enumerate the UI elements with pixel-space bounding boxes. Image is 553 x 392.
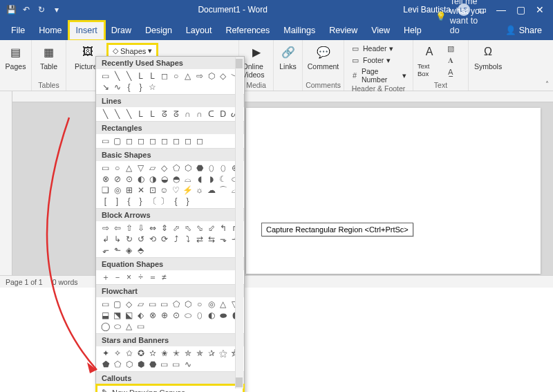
- shape-item[interactable]: ]: [112, 196, 122, 206]
- shape-item[interactable]: ○: [194, 299, 205, 309]
- save-icon[interactable]: 💾: [6, 4, 17, 15]
- shape-item[interactable]: ⊞: [124, 185, 134, 195]
- shape-item[interactable]: ✫: [147, 348, 158, 358]
- shape-item[interactable]: ⊡: [147, 185, 158, 195]
- shape-item[interactable]: ⊙: [171, 310, 181, 320]
- tab-view[interactable]: View: [364, 21, 397, 40]
- shape-item[interactable]: ⬡: [182, 163, 193, 173]
- shape-item[interactable]: ⬡: [182, 299, 193, 309]
- quickparts-button[interactable]: ▧: [444, 43, 458, 54]
- page-number-button[interactable]: #Page Number ▾: [348, 66, 409, 84]
- shape-item[interactable]: ∿: [182, 360, 193, 369]
- share-button[interactable]: 👤Share: [498, 21, 549, 40]
- shape-item[interactable]: ＋: [100, 272, 111, 282]
- shape-item[interactable]: ▭: [100, 299, 111, 309]
- shape-item[interactable]: ◓: [171, 174, 181, 184]
- shape-item[interactable]: ⊙: [124, 174, 134, 184]
- tab-insert[interactable]: Insert: [69, 21, 104, 40]
- shape-item[interactable]: ⬡: [206, 71, 216, 81]
- shape-item[interactable]: ⬠: [171, 163, 181, 173]
- shape-item[interactable]: ▱: [135, 299, 146, 309]
- shape-item[interactable]: －: [112, 272, 122, 282]
- shape-item[interactable]: ⬢: [135, 360, 146, 369]
- shape-item[interactable]: ⤵: [182, 234, 193, 244]
- shape-item[interactable]: ◗: [206, 174, 216, 184]
- shape-item[interactable]: ▢: [112, 136, 122, 146]
- shape-item[interactable]: ◻: [135, 136, 146, 146]
- shape-item[interactable]: ⬀: [171, 223, 181, 233]
- shape-item[interactable]: L: [135, 71, 146, 81]
- shape-item[interactable]: ⇔: [147, 223, 158, 233]
- shape-item[interactable]: ✕: [135, 185, 146, 195]
- shape-item[interactable]: ⬐: [100, 245, 111, 255]
- shape-item[interactable]: ⇕: [159, 223, 169, 233]
- links-button[interactable]: 🔗 Links: [274, 43, 302, 71]
- shape-item[interactable]: ✪: [135, 348, 146, 358]
- shape-item[interactable]: ⬑: [112, 245, 122, 255]
- shape-item[interactable]: ◇: [124, 299, 134, 309]
- shape-item[interactable]: ⬂: [194, 223, 205, 233]
- shape-item[interactable]: ⬯: [218, 163, 228, 173]
- pages-button[interactable]: ▤ Pages: [2, 43, 30, 71]
- tab-layout[interactable]: Layout: [179, 21, 219, 40]
- undo-icon[interactable]: ↶: [21, 4, 32, 15]
- tab-help[interactable]: Help: [397, 21, 429, 40]
- shape-item[interactable]: ⬃: [206, 223, 216, 233]
- shape-item[interactable]: ◖: [194, 174, 205, 184]
- shape-item[interactable]: ╲: [112, 71, 122, 81]
- shape-item[interactable]: ✮: [182, 348, 193, 358]
- shape-item[interactable]: △: [182, 71, 193, 81]
- shape-item[interactable]: ☾: [218, 174, 228, 184]
- shape-item[interactable]: {: [124, 82, 134, 92]
- shape-item[interactable]: ▭: [147, 299, 158, 309]
- shape-item[interactable]: ⇦: [112, 223, 122, 233]
- shape-item[interactable]: ╲: [124, 71, 134, 81]
- shape-item[interactable]: ⬭: [112, 321, 122, 331]
- shape-item[interactable]: ◑: [147, 174, 158, 184]
- shape-item[interactable]: ☼: [194, 185, 205, 195]
- shape-item[interactable]: }: [135, 82, 146, 92]
- shape-item[interactable]: ◇: [159, 163, 169, 173]
- shape-item[interactable]: }: [182, 196, 193, 206]
- shape-item[interactable]: ▭: [100, 163, 111, 173]
- shape-item[interactable]: ◈: [124, 245, 134, 255]
- tab-file[interactable]: File: [4, 21, 32, 40]
- shape-item[interactable]: ◒: [159, 174, 169, 184]
- shape-item[interactable]: ◻: [171, 136, 181, 146]
- shape-item[interactable]: ∿: [112, 82, 122, 92]
- tab-references[interactable]: References: [218, 21, 276, 40]
- shape-item[interactable]: △: [124, 163, 134, 173]
- shape-item[interactable]: ∩: [182, 109, 193, 119]
- shape-item[interactable]: ⊗: [147, 310, 158, 320]
- shape-item[interactable]: ♡: [171, 185, 181, 195]
- shape-item[interactable]: L: [135, 109, 146, 119]
- shape-item[interactable]: L: [147, 71, 158, 81]
- shape-item[interactable]: ⬟: [100, 360, 111, 369]
- shape-item[interactable]: ✯: [194, 348, 205, 358]
- shape-item[interactable]: L: [147, 109, 158, 119]
- shape-item[interactable]: ◯: [100, 321, 111, 331]
- shape-item[interactable]: △: [218, 299, 228, 309]
- shape-item[interactable]: ᘔ: [171, 109, 181, 119]
- shape-item[interactable]: ⊕: [159, 310, 169, 320]
- shape-item[interactable]: ◇: [218, 71, 228, 81]
- shape-item[interactable]: ᘔ: [159, 109, 169, 119]
- shape-item[interactable]: [: [100, 196, 111, 206]
- shape-item[interactable]: ⬬: [218, 310, 228, 320]
- shape-item[interactable]: ⬘: [135, 245, 146, 255]
- shape-item[interactable]: ✦: [100, 348, 111, 358]
- shape-item[interactable]: ⬣: [194, 163, 205, 173]
- close-icon[interactable]: ✕: [532, 2, 547, 17]
- shape-item[interactable]: ⌓: [182, 174, 193, 184]
- shape-item[interactable]: ❑: [100, 185, 111, 195]
- shape-item[interactable]: ⚝: [218, 348, 228, 358]
- shape-item[interactable]: ╲: [124, 109, 134, 119]
- shape-item[interactable]: ↳: [112, 234, 122, 244]
- shape-item[interactable]: ╲: [112, 109, 122, 119]
- shape-item[interactable]: ▱: [147, 163, 158, 173]
- textbox-button[interactable]: A Text Box: [418, 43, 441, 77]
- shape-item[interactable]: ⬠: [171, 299, 181, 309]
- shape-item[interactable]: ▭: [159, 360, 169, 369]
- shape-item[interactable]: ᗞ: [218, 109, 228, 119]
- shape-item[interactable]: ⬣: [147, 360, 158, 369]
